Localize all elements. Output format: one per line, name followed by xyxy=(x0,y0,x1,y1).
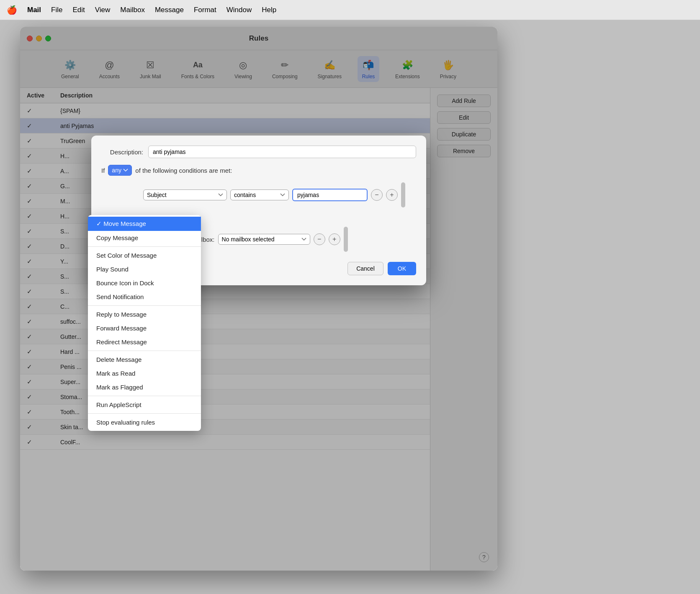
dropdown-item-send-notification[interactable]: Send Notification xyxy=(88,290,201,304)
condition-value-input[interactable] xyxy=(292,189,368,201)
action-minus-button[interactable]: − xyxy=(314,233,325,245)
ok-button[interactable]: OK xyxy=(388,262,416,275)
dropdown-divider-2 xyxy=(88,305,201,306)
action-plus-button[interactable]: + xyxy=(329,233,340,245)
menu-view[interactable]: View xyxy=(95,6,111,14)
dropdown-item-mark-read[interactable]: Mark as Read xyxy=(88,366,201,380)
dropdown-item-bounce-icon[interactable]: Bounce Icon in Dock xyxy=(88,276,201,290)
dropdown-item-mark-flagged[interactable]: Mark as Flagged xyxy=(88,380,201,394)
dropdown-item-play-sound[interactable]: Play Sound xyxy=(88,262,201,276)
condition-plus-button[interactable]: + xyxy=(386,189,398,201)
dropdown-item-delete[interactable]: Delete Message xyxy=(88,353,201,366)
menu-edit[interactable]: Edit xyxy=(72,6,85,14)
dropdown-divider-5 xyxy=(88,413,201,414)
dropdown-item-move-message[interactable]: Move Message xyxy=(88,217,201,231)
scroll-handle[interactable] xyxy=(401,182,405,207)
menu-file[interactable]: File xyxy=(51,6,62,14)
dropdown-item-redirect[interactable]: Redirect Message xyxy=(88,335,201,349)
description-label: Description: xyxy=(101,148,143,156)
condition-minus-button[interactable]: − xyxy=(371,189,383,201)
main-window: Rules ⚙️ General @ Accounts ☒ Junk Mail … xyxy=(20,27,497,571)
mailbox-select[interactable]: No mailbox selected xyxy=(218,234,310,245)
dropdown-item-reply[interactable]: Reply to Message xyxy=(88,307,201,321)
any-select[interactable]: any all xyxy=(108,165,132,176)
dropdown-menu: Move Message Copy Message Set Color of M… xyxy=(88,215,201,431)
action-scroll-handle[interactable] xyxy=(344,227,348,252)
menu-mailbox[interactable]: Mailbox xyxy=(120,6,145,14)
dropdown-item-stop-evaluating[interactable]: Stop evaluating rules xyxy=(88,415,201,429)
dropdown-divider-1 xyxy=(88,246,201,247)
apple-menu[interactable]: 🍎 xyxy=(7,5,17,15)
condition-row: Subject From To Body contains does not c… xyxy=(143,182,416,207)
dropdown-item-forward[interactable]: Forward Message xyxy=(88,321,201,335)
menu-window[interactable]: Window xyxy=(226,6,252,14)
description-input[interactable] xyxy=(148,146,416,158)
conditions-label: of the following conditions are met: xyxy=(135,167,232,174)
cancel-button[interactable]: Cancel xyxy=(347,262,383,275)
menu-help[interactable]: Help xyxy=(262,6,276,14)
dropdown-item-applescript[interactable]: Run AppleScript xyxy=(88,398,201,412)
menubar: 🍎 Mail File Edit View Mailbox Message Fo… xyxy=(0,0,700,20)
if-label: If xyxy=(101,167,105,174)
menu-format[interactable]: Format xyxy=(194,6,216,14)
menu-message[interactable]: Message xyxy=(155,6,184,14)
dropdown-item-copy-message[interactable]: Copy Message xyxy=(88,231,201,245)
if-row: If any all of the following conditions a… xyxy=(101,165,416,176)
menu-mail[interactable]: Mail xyxy=(27,6,41,14)
modal-overlay: Description: If any all of the following… xyxy=(20,27,497,571)
dropdown-divider-4 xyxy=(88,396,201,396)
dropdown-divider-3 xyxy=(88,351,201,351)
condition-field-select[interactable]: Subject From To Body xyxy=(143,189,227,200)
condition-operator-select[interactable]: contains does not contain begins with en… xyxy=(230,189,289,200)
dropdown-item-set-color[interactable]: Set Color of Message xyxy=(88,248,201,262)
description-row: Description: xyxy=(101,146,416,158)
